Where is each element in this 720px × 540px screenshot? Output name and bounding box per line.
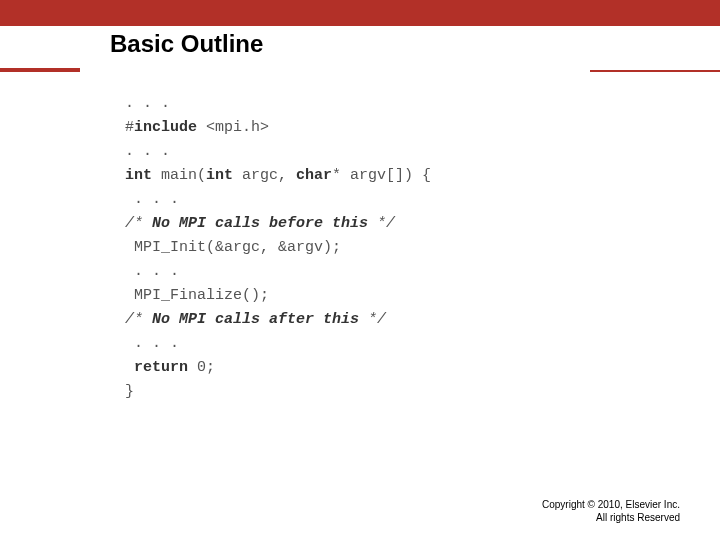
code-block: . . .#include <mpi.h>. . .int main(int a… — [125, 92, 605, 404]
code-line: #include <mpi.h> — [125, 116, 605, 140]
top-red-band — [0, 0, 720, 26]
copyright-line2: All rights Reserved — [542, 512, 680, 525]
page-title: Basic Outline — [110, 30, 263, 58]
code-line: return 0; — [125, 356, 605, 380]
code-line: . . . — [125, 92, 605, 116]
code-line: /* No MPI calls before this */ — [125, 212, 605, 236]
code-line: . . . — [125, 140, 605, 164]
code-line: . . . — [125, 332, 605, 356]
code-line: int main(int argc, char* argv[]) { — [125, 164, 605, 188]
rule-right — [590, 70, 720, 72]
code-line: . . . — [125, 260, 605, 284]
code-line: /* No MPI calls after this */ — [125, 308, 605, 332]
title-band — [0, 26, 720, 66]
code-line: MPI_Finalize(); — [125, 284, 605, 308]
copyright: Copyright © 2010, Elsevier Inc. All righ… — [542, 499, 680, 524]
code-line: . . . — [125, 188, 605, 212]
code-line: MPI_Init(&argc, &argv); — [125, 236, 605, 260]
copyright-line1: Copyright © 2010, Elsevier Inc. — [542, 499, 680, 512]
rule-left — [0, 68, 80, 72]
code-line: } — [125, 380, 605, 404]
